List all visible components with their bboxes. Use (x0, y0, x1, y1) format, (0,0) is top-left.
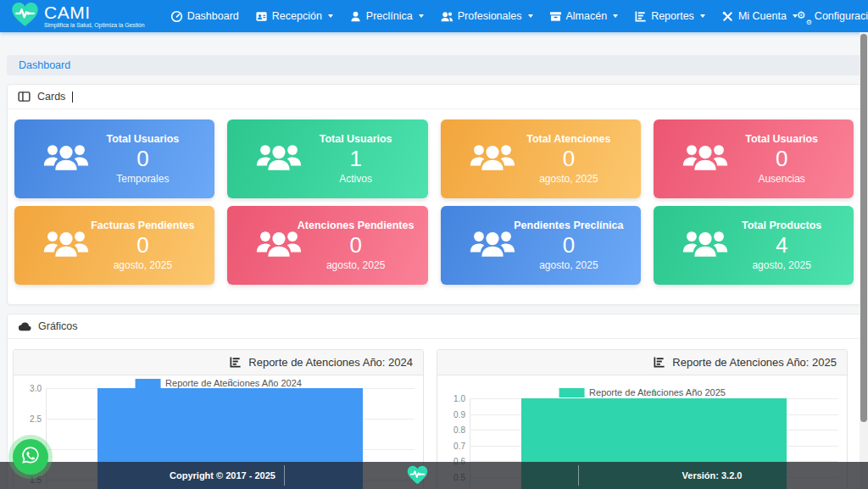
legend-label: Reporte de Atenciones Año 2024 (165, 378, 302, 388)
stat-card-value: 4 (721, 231, 842, 260)
stat-card-title: Total Atenciones (509, 133, 629, 145)
stat-card-total-atenciones-agosto-2025: Total Atenciones0agosto, 2025 (441, 119, 641, 198)
nav-item-dashboard[interactable]: Dashboard (170, 10, 239, 23)
charts-panel-title: Gráficos (38, 320, 78, 332)
caret-down-icon (328, 14, 333, 18)
stat-card-title: Total Productos (721, 219, 842, 231)
navbar-right-menu: ⚙⚙Configuración⚙Buenas Tardes, Cami Clou… (798, 10, 868, 23)
stat-card-title: Facturas Pendientes (83, 219, 203, 231)
scrollbar-thumb[interactable] (860, 34, 867, 422)
tools-icon (721, 10, 734, 23)
stat-card-subtitle: agosto, 2025 (509, 259, 629, 271)
caret-down-icon (613, 14, 618, 18)
y-axis-tick-label: 3.0 (19, 384, 42, 393)
stat-cards-grid: Total Usuarios0TemporalesTotal Usuarios1… (8, 109, 860, 304)
stat-card-value: 0 (509, 231, 629, 260)
scrollbar-track[interactable] (860, 32, 868, 489)
cards-panel-header: Cards (8, 85, 860, 109)
chart-legend[interactable]: Reporte de Atenciones Año 2024 (135, 378, 302, 388)
footer: Copyright © 2017 - 2025 Versión: 3.2.0 (0, 462, 868, 489)
footer-divider (284, 465, 285, 486)
stat-card-value: 0 (296, 231, 416, 260)
cards-icon (18, 91, 31, 103)
breadcrumb-item-dashboard[interactable]: Dashboard (19, 59, 70, 71)
nav-item-configuracion[interactable]: ⚙⚙Configuración (798, 10, 868, 23)
bar-chart-icon (653, 356, 665, 369)
stat-card-total-usuarios-ausencias: Total Usuarios0Ausencias (654, 119, 854, 198)
navbar-menu: DashboardRecepciónPreclínicaProfesionale… (170, 10, 798, 23)
heart-pulse-icon (406, 464, 429, 489)
top-navbar: CAMI Simplifica la Salud, Optimiza la Ge… (0, 0, 868, 32)
chart-title: Reporte de Atenciones Año: 2025 (672, 356, 837, 369)
chart-card-header: Reporte de Atenciones Año: 2025 (437, 350, 847, 375)
stat-card-pendientes-preclinica-agosto-2025: Pendientes Preclínica0agosto, 2025 (441, 206, 641, 285)
nav-item-profesionales[interactable]: Profesionales (440, 10, 533, 23)
stat-card-total-usuarios-temporales: Total Usuarios0Temporales (14, 119, 214, 198)
breadcrumb: Dashboard (7, 55, 861, 75)
stat-card-subtitle: Activos (296, 173, 416, 185)
stat-card-subtitle: Ausencias (721, 173, 842, 185)
user-icon (349, 10, 362, 23)
y-axis-tick-label: 0.8 (442, 425, 465, 435)
caret-down-icon (419, 14, 424, 18)
stat-card-title: Total Usuarios (721, 133, 842, 145)
chart-title: Reporte de Atenciones Año: 2024 (248, 356, 413, 369)
stat-card-atenciones-pendientes-agosto-2025: Atenciones Pendientes0agosto, 2025 (227, 206, 427, 285)
nav-item-mi-cuenta[interactable]: Mi Cuenta (721, 10, 798, 23)
chart-card-header: Reporte de Atenciones Año: 2024 (14, 350, 423, 375)
brand-name: CAMI (44, 3, 145, 21)
chart-legend[interactable]: Reporte de Atenciones Año 2025 (559, 387, 726, 397)
gears-icon: ⚙⚙ (798, 10, 810, 23)
id-badge-icon (255, 10, 268, 23)
text-cursor (72, 92, 73, 103)
stat-card-facturas-pendientes-agosto-2025: Facturas Pendientes0agosto, 2025 (14, 206, 214, 285)
nav-item-almacen[interactable]: Almacén (549, 10, 619, 23)
stat-card-subtitle: agosto, 2025 (721, 259, 842, 271)
nav-item-preclinica[interactable]: Preclínica (349, 10, 424, 23)
stat-card-total-productos-agosto-2025: Total Productos4agosto, 2025 (654, 206, 854, 285)
legend-swatch (135, 379, 160, 388)
stat-card-value: 0 (509, 145, 629, 174)
stat-card-title: Atenciones Pendientes (296, 219, 416, 231)
whatsapp-icon (20, 445, 41, 469)
users-icon (440, 10, 453, 23)
stat-card-value: 1 (296, 145, 416, 174)
cards-panel-title: Cards (37, 91, 65, 103)
stat-card-value: 0 (83, 231, 203, 260)
stat-card-title: Total Usuarios (83, 133, 203, 145)
stat-card-subtitle: agosto, 2025 (296, 259, 416, 271)
y-axis-tick-label: 0.9 (442, 409, 465, 419)
cloud-icon (18, 320, 31, 332)
archive-icon (549, 10, 562, 23)
stat-card-total-usuarios-activos: Total Usuarios1Activos (227, 119, 427, 198)
stat-card-title: Total Usuarios (296, 133, 416, 145)
stat-card-value: 0 (721, 145, 842, 174)
brand-tagline: Simplifica la Salud, Optimiza la Gestión (44, 23, 145, 29)
stat-card-value: 0 (83, 145, 203, 174)
bar-chart-icon (634, 10, 647, 23)
y-axis-tick-label: 2.5 (19, 414, 42, 424)
stat-card-subtitle: Temporales (83, 173, 203, 185)
legend-label: Reporte de Atenciones Año 2025 (589, 387, 726, 397)
caret-down-icon (700, 14, 705, 18)
whatsapp-button[interactable] (13, 439, 48, 475)
y-axis-tick-label: 0.7 (442, 441, 465, 450)
legend-swatch (559, 388, 584, 397)
y-axis-tick-label: 1.0 (442, 394, 465, 403)
footer-copyright: Copyright © 2017 - 2025 (140, 470, 305, 481)
heart-pulse-icon (10, 1, 40, 31)
stat-card-title: Pendientes Preclínica (509, 219, 629, 231)
speedometer-icon (170, 10, 183, 23)
stat-card-subtitle: agosto, 2025 (83, 259, 203, 271)
footer-divider (578, 465, 579, 486)
bar-chart-icon (229, 356, 242, 369)
brand-logo[interactable]: CAMI Simplifica la Salud, Optimiza la Ge… (10, 1, 145, 31)
cards-panel: Cards Total Usuarios0TemporalesTotal Usu… (7, 84, 861, 305)
nav-item-reportes[interactable]: Reportes (634, 10, 705, 23)
footer-version: Versión: 3.2.0 (629, 470, 795, 481)
nav-item-recepcion[interactable]: Recepción (255, 10, 333, 23)
main-content: Dashboard Cards Total Usuarios0Temporale… (0, 55, 868, 489)
stat-card-subtitle: agosto, 2025 (509, 173, 629, 185)
caret-down-icon (528, 14, 533, 18)
charts-panel-header: Gráficos (8, 314, 860, 339)
